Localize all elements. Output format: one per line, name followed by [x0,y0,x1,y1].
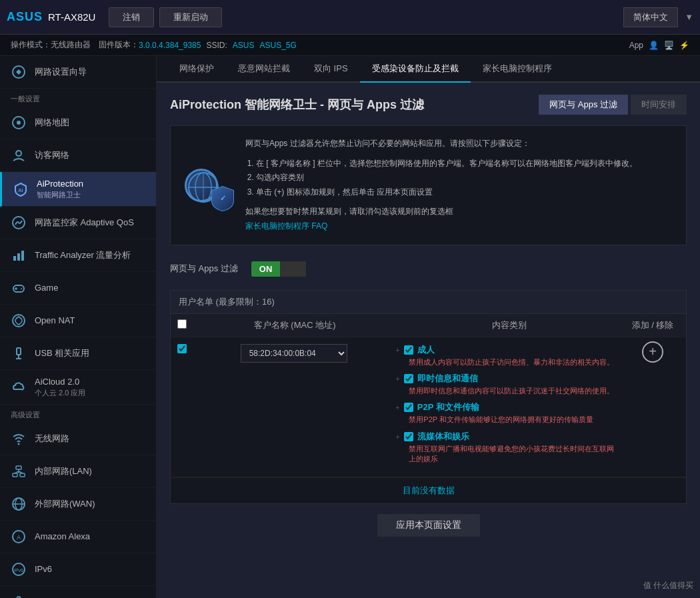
aiprotection-icon: AI [11,180,30,199]
header: ASUS RT-AX82U 注销 重新启动 简体中文 ▼ [0,0,700,35]
cat-adult-checkbox[interactable] [404,345,413,355]
firmware-version[interactable]: 3.0.0.4.384_9385 [139,41,201,50]
info-box: ✓ 网页与Apps 过滤器允许您禁止访问不必要的网站和应用。请按照以下步骤设定：… [170,125,687,245]
user-icon[interactable]: 👤 [649,41,659,50]
alexa-icon: A [9,527,28,546]
svg-point-17 [18,443,20,445]
apply-button[interactable]: 应用本页面设置 [377,514,480,537]
table-column-headers: 客户名称 (MAC 地址) 内容类别 添加 / 移除 [171,314,686,337]
sidebar-item-label-wizard: 网路设置向导 [35,67,87,78]
action-filter-button[interactable]: 网页与 Apps 过滤 [539,95,628,115]
action-schedule-button[interactable]: 时间安排 [631,95,687,115]
guest-icon [9,146,28,165]
add-rule-button[interactable]: + [642,341,663,363]
cat-im-name: 即时信息和通信 [417,373,478,385]
sidebar-item-ipv6[interactable]: IPv6 IPv6 [0,553,156,586]
sidebar-section-advanced: 高级设置 [0,405,156,423]
sidebar-item-guest[interactable]: 访客网络 [0,139,156,172]
app-icons: App 👤 🖥️ ⚡ [629,41,689,50]
ssid1: ASUS [233,41,255,50]
no-data-row: 目前没有数据 [171,477,686,503]
app-label: App [629,41,643,50]
restart-button[interactable]: 重新启动 [159,7,222,27]
wan-icon [9,495,28,513]
firmware-label: 固件版本： [99,39,139,51]
col-mac-header: 客户名称 (MAC 地址) [197,319,392,331]
content-categories-cell: + 成人 禁用成人内容可以防止孩子访问色情、暴力和非法的相关内容。 + [390,341,626,473]
page-header: AiProtection 智能网络卫士 - 网页与 Apps 过滤 网页与 Ap… [170,95,687,115]
cat-im-checkbox[interactable] [404,374,413,383]
sidebar-item-aiprotection[interactable]: AI AiProtection 智能网路卫士 [0,172,156,207]
cat-p2p-checkbox[interactable] [404,403,413,412]
info-step1: 在 [ 客户端名称 ] 栏位中，选择您想控制网络使用的客户端。客户端名称可以在网… [256,157,637,171]
usb-icon[interactable]: ⚡ [679,41,689,50]
cat-expand-p2p-icon[interactable]: + [395,403,399,411]
usb-apps-icon [9,344,28,363]
svg-rect-18 [16,466,21,469]
apply-bar: 应用本页面设置 [170,504,687,546]
sidebar-item-vpn[interactable]: VPN [0,586,156,598]
row-checkbox-cell [177,341,197,355]
svg-text:✓: ✓ [220,194,226,202]
tab-bar: 网络保护 恶意网站拦截 双向 IPS 受感染设备防止及拦截 家长电脑控制程序 [157,56,700,83]
chevron-down-icon: ▼ [685,12,693,22]
monitor-icon[interactable]: 🖥️ [664,41,674,50]
tab-parental[interactable]: 家长电脑控制程序 [471,56,564,83]
cat-streaming-name: 流媒体和娱乐 [417,431,469,443]
sidebar-item-traffic[interactable]: Traffic Analyzer 流量分析 [0,239,156,272]
ssid2: ASUS_5G [259,41,296,50]
sidebar-item-wan[interactable]: 外部网路(WAN) [0,488,156,521]
svg-rect-6 [13,256,16,261]
faq-link[interactable]: 家长电脑控制程序 FAQ [245,221,327,231]
svg-point-2 [17,121,21,125]
svg-point-3 [16,151,21,156]
content-area: 网络保护 恶意网站拦截 双向 IPS 受感染设备防止及拦截 家长电脑控制程序 A… [157,56,700,598]
adaptive-qos-icon [9,213,28,232]
sidebar-item-lan[interactable]: 内部网路(LAN) [0,455,156,488]
category-adult: + 成人 禁用成人内容可以防止孩子访问色情、暴力和非法的相关内容。 [395,344,621,367]
sidebar-item-open-nat[interactable]: Open NAT [0,305,156,337]
sidebar-item-wizard[interactable]: 网路设置向导 [0,56,156,89]
ssid-label: SSID: [206,41,227,50]
tab-malicious-sites[interactable]: 恶意网站拦截 [226,56,302,83]
toggle-on-label: ON [251,261,281,277]
select-all-checkbox[interactable] [177,319,187,329]
aicloud-icon [9,378,28,397]
sidebar-item-alexa[interactable]: A Amazon Alexa [0,521,156,553]
users-table: 用户名单 (最多限制：16) 客户名称 (MAC 地址) 内容类别 添加 / 移… [170,290,687,504]
shield-globe-icon: ✓ [181,137,235,234]
sidebar-item-network-map[interactable]: 网络地图 [0,107,156,139]
page-title: AiProtection 智能网络卫士 - 网页与 Apps 过滤 [170,97,424,113]
tab-two-way-ips[interactable]: 双向 IPS [302,56,360,83]
sidebar-item-aicloud[interactable]: AiCloud 2.0 个人云 2.0 应用 [0,370,156,405]
wizard-icon [9,63,28,81]
tab-network-protection[interactable]: 网络保护 [167,56,226,83]
filter-row: 网页与 Apps 过滤 ON [170,256,687,282]
header-right: 简体中文 ▼ [623,7,693,27]
sidebar-item-game[interactable]: Game [0,272,156,305]
row-checkbox[interactable] [177,344,187,353]
cat-streaming-checkbox[interactable] [404,432,413,441]
sidebar-item-adaptive-qos[interactable]: 网路监控家 Adaptive QoS [0,207,156,239]
svg-rect-14 [17,348,21,355]
mac-select[interactable]: 58:2D:34:00:0B:04 [241,344,347,363]
ipv6-icon: IPv6 [9,560,28,579]
cat-im-desc: 禁用即时信息和通信内容可以防止孩子沉迷于社交网络的使用。 [409,386,621,396]
open-nat-icon [9,311,28,330]
traffic-icon [9,246,28,265]
svg-rect-8 [21,251,24,261]
register-button[interactable]: 注销 [109,7,154,27]
sidebar-item-wireless[interactable]: 无线网路 [0,423,156,455]
vpn-icon [9,593,28,598]
cat-expand-im-icon[interactable]: + [395,375,399,383]
lang-button[interactable]: 简体中文 [623,7,678,27]
category-streaming: + 流媒体和娱乐 禁用互联网广播和电视能够避免您的小孩花费过长时间在互联网上的娱… [395,431,621,465]
sidebar-item-usb[interactable]: USB 相关应用 [0,337,156,370]
network-map-icon [9,113,28,132]
tab-infected-device[interactable]: 受感染设备防止及拦截 [360,56,471,83]
cat-expand-icon[interactable]: + [395,346,399,354]
toggle-switch[interactable]: ON [251,261,306,277]
lan-icon [9,462,28,481]
status-bar: 操作模式：无线路由器 固件版本： 3.0.0.4.384_9385 SSID: … [0,35,700,56]
cat-expand-streaming-icon[interactable]: + [395,433,399,441]
